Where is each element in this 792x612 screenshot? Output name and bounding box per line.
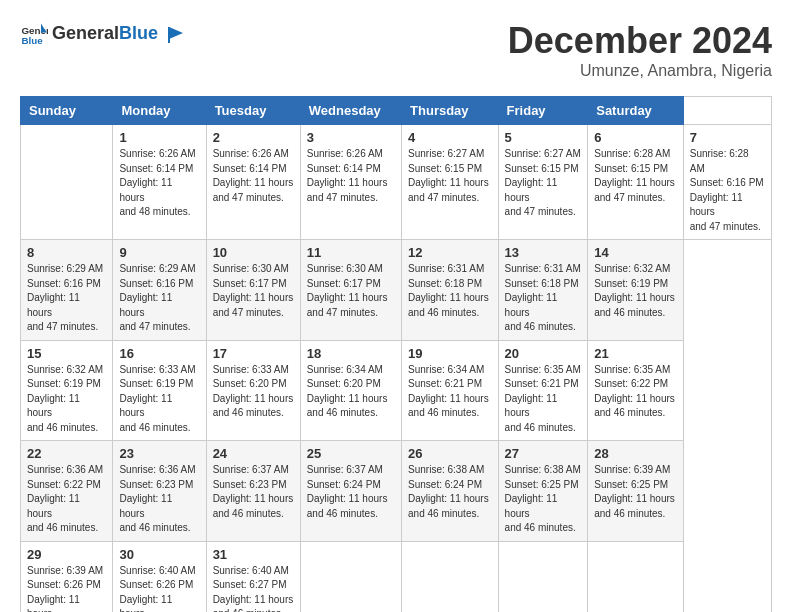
day-info: Sunrise: 6:27 AMSunset: 6:15 PMDaylight:…: [505, 147, 582, 220]
day-number: 16: [119, 346, 199, 361]
day-info: Sunrise: 6:40 AMSunset: 6:26 PMDaylight:…: [119, 564, 199, 613]
calendar-day-cell: [300, 541, 401, 612]
calendar-day-cell: 18Sunrise: 6:34 AMSunset: 6:20 PMDayligh…: [300, 340, 401, 441]
day-info: Sunrise: 6:30 AMSunset: 6:17 PMDaylight:…: [213, 262, 294, 320]
calendar-day-cell: 21Sunrise: 6:35 AMSunset: 6:22 PMDayligh…: [588, 340, 684, 441]
calendar-day-cell: 15Sunrise: 6:32 AMSunset: 6:19 PMDayligh…: [21, 340, 113, 441]
empty-cell: [21, 125, 113, 240]
day-number: 10: [213, 245, 294, 260]
calendar-day-cell: 9Sunrise: 6:29 AMSunset: 6:16 PMDaylight…: [113, 240, 206, 341]
title-block: December 2024 Umunze, Anambra, Nigeria: [508, 20, 772, 80]
calendar-day-cell: [588, 541, 684, 612]
day-number: 19: [408, 346, 492, 361]
day-number: 14: [594, 245, 677, 260]
day-info: Sunrise: 6:37 AMSunset: 6:24 PMDaylight:…: [307, 463, 395, 521]
day-number: 21: [594, 346, 677, 361]
day-info: Sunrise: 6:28 AMSunset: 6:16 PMDaylight:…: [690, 147, 765, 234]
day-info: Sunrise: 6:38 AMSunset: 6:24 PMDaylight:…: [408, 463, 492, 521]
calendar-day-cell: 22Sunrise: 6:36 AMSunset: 6:22 PMDayligh…: [21, 441, 113, 542]
calendar-day-cell: 8Sunrise: 6:29 AMSunset: 6:16 PMDaylight…: [21, 240, 113, 341]
day-info: Sunrise: 6:37 AMSunset: 6:23 PMDaylight:…: [213, 463, 294, 521]
calendar-day-cell: 31Sunrise: 6:40 AMSunset: 6:27 PMDayligh…: [206, 541, 300, 612]
svg-text:Blue: Blue: [21, 35, 43, 46]
calendar-week-row: 22Sunrise: 6:36 AMSunset: 6:22 PMDayligh…: [21, 441, 772, 542]
weekday-header-saturday: Saturday: [588, 97, 684, 125]
calendar-week-row: 1Sunrise: 6:26 AMSunset: 6:14 PMDaylight…: [21, 125, 772, 240]
day-info: Sunrise: 6:29 AMSunset: 6:16 PMDaylight:…: [119, 262, 199, 335]
svg-marker-3: [169, 27, 183, 39]
calendar-day-cell: 30Sunrise: 6:40 AMSunset: 6:26 PMDayligh…: [113, 541, 206, 612]
day-number: 15: [27, 346, 106, 361]
day-number: 8: [27, 245, 106, 260]
day-info: Sunrise: 6:39 AMSunset: 6:26 PMDaylight:…: [27, 564, 106, 613]
day-number: 1: [119, 130, 199, 145]
day-info: Sunrise: 6:34 AMSunset: 6:21 PMDaylight:…: [408, 363, 492, 421]
calendar-day-cell: 24Sunrise: 6:37 AMSunset: 6:23 PMDayligh…: [206, 441, 300, 542]
calendar-day-cell: 19Sunrise: 6:34 AMSunset: 6:21 PMDayligh…: [402, 340, 499, 441]
day-number: 6: [594, 130, 677, 145]
day-number: 5: [505, 130, 582, 145]
calendar-day-cell: 23Sunrise: 6:36 AMSunset: 6:23 PMDayligh…: [113, 441, 206, 542]
location: Umunze, Anambra, Nigeria: [508, 62, 772, 80]
calendar-day-cell: 1Sunrise: 6:26 AMSunset: 6:14 PMDaylight…: [113, 125, 206, 240]
calendar-day-cell: [402, 541, 499, 612]
day-number: 29: [27, 547, 106, 562]
weekday-header-thursday: Thursday: [402, 97, 499, 125]
day-info: Sunrise: 6:26 AMSunset: 6:14 PMDaylight:…: [119, 147, 199, 220]
day-number: 26: [408, 446, 492, 461]
month-title: December 2024: [508, 20, 772, 62]
day-number: 30: [119, 547, 199, 562]
day-info: Sunrise: 6:31 AMSunset: 6:18 PMDaylight:…: [408, 262, 492, 320]
day-number: 23: [119, 446, 199, 461]
logo-text-blue: Blue: [119, 23, 158, 43]
day-number: 13: [505, 245, 582, 260]
calendar-table: SundayMondayTuesdayWednesdayThursdayFrid…: [20, 96, 772, 612]
calendar-day-cell: 12Sunrise: 6:31 AMSunset: 6:18 PMDayligh…: [402, 240, 499, 341]
calendar-day-cell: 17Sunrise: 6:33 AMSunset: 6:20 PMDayligh…: [206, 340, 300, 441]
day-number: 17: [213, 346, 294, 361]
calendar-day-cell: 6Sunrise: 6:28 AMSunset: 6:15 PMDaylight…: [588, 125, 684, 240]
calendar-day-cell: 3Sunrise: 6:26 AMSunset: 6:14 PMDaylight…: [300, 125, 401, 240]
day-info: Sunrise: 6:36 AMSunset: 6:23 PMDaylight:…: [119, 463, 199, 536]
day-number: 24: [213, 446, 294, 461]
calendar-day-cell: 4Sunrise: 6:27 AMSunset: 6:15 PMDaylight…: [402, 125, 499, 240]
day-number: 2: [213, 130, 294, 145]
day-info: Sunrise: 6:34 AMSunset: 6:20 PMDaylight:…: [307, 363, 395, 421]
calendar-week-row: 15Sunrise: 6:32 AMSunset: 6:19 PMDayligh…: [21, 340, 772, 441]
calendar-day-cell: 13Sunrise: 6:31 AMSunset: 6:18 PMDayligh…: [498, 240, 588, 341]
day-info: Sunrise: 6:33 AMSunset: 6:19 PMDaylight:…: [119, 363, 199, 436]
day-info: Sunrise: 6:26 AMSunset: 6:14 PMDaylight:…: [307, 147, 395, 205]
weekday-header-monday: Monday: [113, 97, 206, 125]
calendar-day-cell: 10Sunrise: 6:30 AMSunset: 6:17 PMDayligh…: [206, 240, 300, 341]
day-info: Sunrise: 6:32 AMSunset: 6:19 PMDaylight:…: [594, 262, 677, 320]
day-info: Sunrise: 6:39 AMSunset: 6:25 PMDaylight:…: [594, 463, 677, 521]
calendar-header-row: SundayMondayTuesdayWednesdayThursdayFrid…: [21, 97, 772, 125]
day-number: 31: [213, 547, 294, 562]
calendar-day-cell: 2Sunrise: 6:26 AMSunset: 6:14 PMDaylight…: [206, 125, 300, 240]
calendar-day-cell: 11Sunrise: 6:30 AMSunset: 6:17 PMDayligh…: [300, 240, 401, 341]
calendar-day-cell: 5Sunrise: 6:27 AMSunset: 6:15 PMDaylight…: [498, 125, 588, 240]
weekday-header-sunday: Sunday: [21, 97, 113, 125]
day-info: Sunrise: 6:27 AMSunset: 6:15 PMDaylight:…: [408, 147, 492, 205]
logo: General Blue GeneralBlue: [20, 20, 185, 48]
calendar-week-row: 8Sunrise: 6:29 AMSunset: 6:16 PMDaylight…: [21, 240, 772, 341]
calendar-day-cell: 26Sunrise: 6:38 AMSunset: 6:24 PMDayligh…: [402, 441, 499, 542]
weekday-header-tuesday: Tuesday: [206, 97, 300, 125]
logo-flag-icon: [165, 25, 185, 45]
logo-text-general: General: [52, 23, 119, 43]
calendar-day-cell: 14Sunrise: 6:32 AMSunset: 6:19 PMDayligh…: [588, 240, 684, 341]
day-number: 3: [307, 130, 395, 145]
day-number: 25: [307, 446, 395, 461]
calendar-day-cell: [498, 541, 588, 612]
page-header: General Blue GeneralBlue December 2024 U…: [20, 20, 772, 80]
day-number: 12: [408, 245, 492, 260]
day-info: Sunrise: 6:29 AMSunset: 6:16 PMDaylight:…: [27, 262, 106, 335]
day-number: 4: [408, 130, 492, 145]
day-number: 22: [27, 446, 106, 461]
day-number: 20: [505, 346, 582, 361]
day-number: 9: [119, 245, 199, 260]
day-info: Sunrise: 6:31 AMSunset: 6:18 PMDaylight:…: [505, 262, 582, 335]
day-number: 27: [505, 446, 582, 461]
weekday-header-wednesday: Wednesday: [300, 97, 401, 125]
day-info: Sunrise: 6:35 AMSunset: 6:21 PMDaylight:…: [505, 363, 582, 436]
